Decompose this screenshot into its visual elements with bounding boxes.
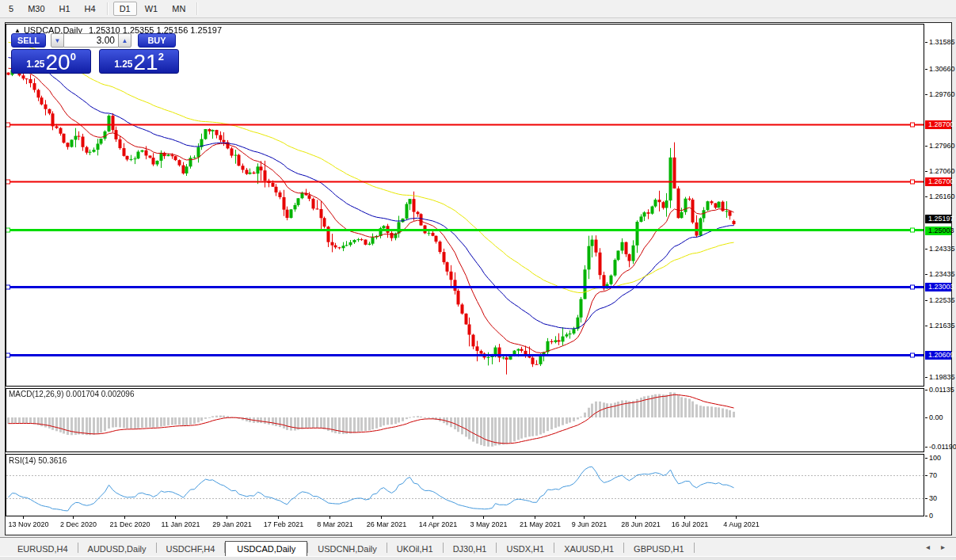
sell-price-pips: 0 (70, 51, 76, 63)
chevron-up-icon: ▲ (122, 37, 128, 44)
tab-divider (694, 543, 695, 553)
axis-tick-mark (925, 274, 927, 275)
toolbar-separator (196, 2, 198, 15)
symbol-tab-bar: EURUSD,H4AUDUSD,DailyUSDCHF,H4USDCAD,Dai… (0, 537, 956, 556)
axis-tick-label: 30 (929, 494, 937, 502)
timeframe-toolbar: 5M30H1H4D1W1MN (0, 0, 956, 18)
axis-tick-mark (925, 516, 927, 516)
tab-dj30-h1[interactable]: DJ30,H1 (444, 542, 497, 556)
axis-tick-mark (925, 171, 927, 172)
timeframe-button-m30[interactable]: M30 (21, 2, 51, 16)
axis-tick-mark (925, 42, 927, 43)
level-price-label: 1.26700 (925, 177, 951, 186)
axis-tick-label: 1.24335 (929, 245, 955, 253)
price-axis: 1.315851.306601.297601.279601.270601.261… (925, 24, 951, 534)
status-strip (0, 556, 956, 560)
level-price-label: 1.23003 (925, 283, 951, 291)
axis-tick-mark (925, 377, 927, 378)
date-tick-label: 13 Nov 2020 (3, 520, 54, 528)
buy-price-prefix: 1.25 (114, 59, 132, 70)
tab-usdcnh-daily[interactable]: USDCNH,Daily (308, 542, 387, 556)
sell-price-main: 20 (45, 52, 70, 72)
axis-tick-label: 1.21635 (929, 322, 955, 330)
axis-tick-label: 1.19835 (929, 373, 955, 381)
timeframe-button-d1[interactable]: D1 (113, 2, 137, 16)
date-tick-label: 2 Dec 2020 (53, 520, 104, 528)
tab-xauusd-h1[interactable]: XAUUSD,H1 (554, 542, 623, 556)
axis-tick-mark (925, 390, 927, 390)
timeframe-button-h1[interactable]: H1 (53, 2, 77, 16)
date-tick-label: 26 Mar 2021 (361, 520, 412, 528)
timeframe-button-w1[interactable]: W1 (139, 2, 165, 16)
tab-usdx-h1[interactable]: USDX,H1 (497, 542, 554, 556)
axis-tick-mark (925, 94, 927, 95)
date-tick-label: 29 Jan 2021 (207, 520, 257, 528)
buy-price-pips: 2 (158, 51, 164, 63)
buy-button[interactable]: BUY (138, 33, 176, 48)
tab-audusd-daily[interactable]: AUDUSD,Daily (78, 542, 156, 556)
axis-tick-label: 0 (929, 512, 933, 520)
date-tick-label: 16 Jul 2021 (665, 520, 715, 528)
axis-tick-label: 1.27960 (929, 142, 955, 150)
date-axis: 13 Nov 20202 Dec 202021 Dec 202011 Jan 2… (6, 520, 924, 531)
axis-tick-label: 70 (929, 471, 937, 479)
axis-tick-label: 1.23435 (929, 270, 955, 278)
tab-eurusd-h4[interactable]: EURUSD,H4 (8, 542, 78, 556)
tab-scroll-controls: ◂▸ (926, 538, 956, 556)
date-tick-label: 28 Jun 2021 (615, 520, 666, 528)
date-tick-label: 4 Aug 2021 (716, 520, 767, 528)
axis-tick-mark (925, 417, 927, 418)
level-price-label: 1.25003 (925, 227, 951, 235)
chevron-down-icon: ▼ (55, 37, 61, 44)
axis-tick-mark (925, 475, 927, 476)
toolbar-separator (107, 2, 109, 15)
axis-tick-mark (925, 300, 927, 301)
volume-increase-button[interactable]: ▲ (118, 33, 131, 48)
tab-usdchf-h4[interactable]: USDCHF,H4 (157, 542, 225, 556)
axis-tick-mark (925, 447, 927, 448)
axis-tick-label: 1.26160 (929, 192, 955, 200)
axis-tick-label: 1.29760 (929, 90, 955, 98)
one-click-trading-panel: SELL ▼ 3.00 ▲ BUY 1.25 20 0 1.25 21 2 (11, 33, 181, 74)
axis-tick-mark (925, 458, 927, 459)
axis-tick-mark (925, 146, 927, 147)
buy-price-box[interactable]: 1.25 21 2 (99, 49, 179, 74)
tab-gbpusd-h1[interactable]: GBPUSD,H1 (624, 542, 694, 556)
axis-tick-label: 100 (929, 454, 941, 462)
axis-tick-label: -0.01190 (929, 443, 956, 451)
volume-decrease-button[interactable]: ▼ (51, 33, 64, 48)
date-tick-label: 8 Mar 2021 (310, 520, 360, 528)
level-price-label: 1.28700 (925, 120, 951, 129)
volume-input[interactable]: 3.00 (64, 33, 118, 48)
timeframe-button-mn[interactable]: MN (166, 2, 192, 16)
timeframe-button-h4[interactable]: H4 (78, 2, 102, 16)
date-tick-label: 9 Jun 2021 (564, 520, 615, 528)
tab-scroll-right-icon[interactable]: ▸ (941, 543, 945, 551)
axis-tick-label: 0.00 (929, 413, 943, 421)
current-price-label: 1.25197 (925, 215, 951, 223)
date-tick-label: 14 Apr 2021 (413, 520, 463, 528)
rsi-indicator-label: RSI(14) 50.3616 (9, 456, 67, 465)
timeframe-button-5[interactable]: 5 (2, 2, 20, 16)
axis-tick-mark (925, 69, 927, 70)
axis-tick-mark (925, 249, 927, 250)
tab-scroll-left-icon[interactable]: ◂ (926, 543, 930, 551)
price-chart-canvas[interactable] (6, 24, 924, 535)
sell-button[interactable]: SELL (11, 33, 46, 48)
buy-price-main: 21 (133, 52, 158, 72)
trading-terminal: 5M30H1H4D1W1MN ▲USDCAD,Daily1.25310 1.25… (0, 0, 956, 560)
axis-tick-label: 1.22535 (929, 296, 955, 304)
level-price-label: 1.20609 (925, 351, 951, 360)
tab-ukoil-h1[interactable]: UKOil,H1 (387, 542, 443, 556)
date-tick-label: 11 Jan 2021 (155, 520, 206, 528)
axis-tick-mark (925, 196, 927, 197)
date-tick-label: 17 Feb 2021 (258, 520, 309, 528)
sell-price-prefix: 1.25 (26, 59, 44, 70)
date-tick-label: 3 May 2021 (463, 520, 514, 528)
sell-price-box[interactable]: 1.25 20 0 (11, 49, 91, 74)
axis-tick-mark (925, 498, 927, 499)
axis-tick-label: 1.30660 (929, 65, 955, 73)
axis-tick-label: 0.01135 (929, 386, 954, 394)
macd-indicator-label: MACD(12,26,9) 0.001704 0.002096 (9, 390, 134, 398)
tab-usdcad-daily[interactable]: USDCAD,Daily (225, 541, 307, 557)
